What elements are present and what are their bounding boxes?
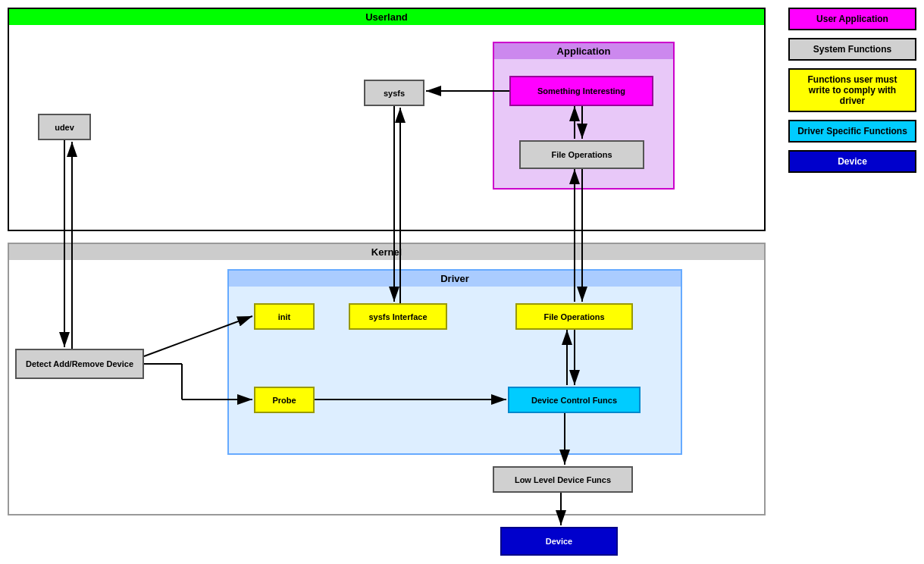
device-control-node: Device Control Funcs bbox=[508, 387, 641, 413]
udev-node: udev bbox=[38, 114, 91, 140]
legend-system-functions: System Functions bbox=[788, 38, 916, 61]
detect-node: Detect Add/Remove Device bbox=[15, 349, 144, 379]
diagram-area: Userland Kernel Application Driver udev … bbox=[0, 0, 773, 564]
file-ops-app-node: File Operations bbox=[519, 140, 644, 169]
kernel-label: Kernel bbox=[9, 244, 764, 260]
init-node: init bbox=[254, 303, 315, 330]
driver-label: Driver bbox=[229, 271, 681, 287]
file-ops-driver-node: File Operations bbox=[515, 303, 633, 330]
driver-box: Driver bbox=[227, 269, 682, 455]
legend-user-application: User Application bbox=[788, 8, 916, 30]
userland-label: Userland bbox=[9, 9, 764, 25]
low-level-node: Low Level Device Funcs bbox=[493, 466, 633, 493]
legend-device: Device bbox=[788, 150, 916, 173]
legend-area: User Application System Functions Functi… bbox=[781, 0, 924, 564]
device-node: Device bbox=[500, 527, 618, 556]
sysfs-node: sysfs bbox=[364, 80, 424, 106]
application-label: Application bbox=[494, 43, 673, 59]
sysfs-interface-node: sysfs Interface bbox=[349, 303, 447, 330]
legend-driver-specific: Driver Specific Functions bbox=[788, 120, 916, 143]
probe-node: Probe bbox=[254, 387, 315, 413]
something-interesting-node: Something Interesting bbox=[509, 76, 653, 106]
legend-functions-user: Functions user must write to comply with… bbox=[788, 68, 916, 112]
